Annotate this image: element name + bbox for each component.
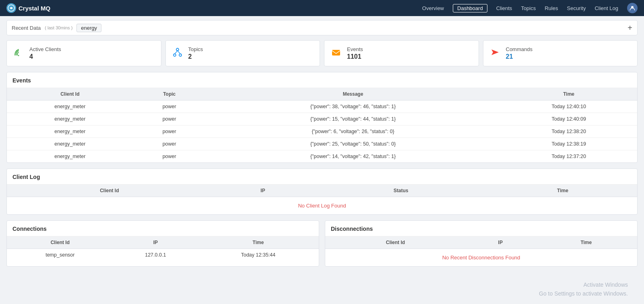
brand: Crystal MQ xyxy=(6,3,50,13)
disc-col-client-id: Client Id xyxy=(325,236,466,249)
event-client-id: energy_meter xyxy=(7,113,133,125)
stat-active-clients: Active Clients 4 xyxy=(6,40,161,66)
client-log-empty-message: No Client Log Found xyxy=(7,197,637,215)
cl-col-client-id: Client Id xyxy=(7,185,212,197)
event-time: Today 12:40:09 xyxy=(500,113,637,125)
event-message: {"power": 6, "voltage": 26, "status": 0} xyxy=(206,125,501,138)
conn-ip: 127.0.0.1 xyxy=(114,249,198,261)
conn-time: Today 12:35:44 xyxy=(198,249,319,261)
topics-value: 2 xyxy=(188,53,203,60)
event-topic: power xyxy=(133,125,206,138)
nav-dashboard[interactable]: Dashboard xyxy=(453,4,487,12)
conn-col-time: Time xyxy=(198,236,319,249)
nav-rules[interactable]: Rules xyxy=(545,5,558,11)
client-log-empty-row: No Client Log Found xyxy=(7,197,637,215)
connection-table-row: temp_sensor 127.0.0.1 Today 12:35:44 xyxy=(7,249,319,261)
disconnections-empty-row: No Recent Disconnections Found xyxy=(325,249,637,267)
active-clients-value: 4 xyxy=(29,53,61,60)
topics-icon xyxy=(172,47,183,60)
event-time: Today 12:40:10 xyxy=(500,101,637,113)
event-topic: power xyxy=(133,113,206,125)
recent-data-sublabel: ( last 30mins ) xyxy=(45,25,72,30)
conn-col-ip: IP xyxy=(114,236,198,249)
event-message: {"power": 15, "voltage": 44, "status": 1… xyxy=(206,113,501,125)
disconnections-header: Client Id IP Time xyxy=(325,236,637,249)
event-client-id: energy_meter xyxy=(7,125,133,138)
nav-security[interactable]: Security xyxy=(567,5,586,11)
connections-panel: Connections Client Id IP Time temp_senso… xyxy=(6,220,319,267)
events-col-time: Time xyxy=(500,88,637,101)
events-table-row: energy_meter power {"power": 6, "voltage… xyxy=(7,125,637,138)
connections-title: Connections xyxy=(7,221,319,236)
cl-col-status: Status xyxy=(314,185,488,197)
topics-label: Topics xyxy=(188,46,203,52)
conn-client-id: temp_sensor xyxy=(7,249,114,261)
main-content: Recent Data ( last 30mins ) energy + Act… xyxy=(0,16,644,304)
svg-point-4 xyxy=(173,54,176,56)
events-table-row: energy_meter power {"power": 15, "voltag… xyxy=(7,113,637,125)
stat-events: Events 1101 xyxy=(324,40,479,66)
disconnections-panel: Disconnections Client Id IP Time No Rece… xyxy=(325,220,638,267)
nav-clients[interactable]: Clients xyxy=(496,5,512,11)
recent-data-label: Recent Data xyxy=(12,25,41,31)
event-topic: power xyxy=(133,138,206,150)
events-table-row: energy_meter power {"power": 25, "voltag… xyxy=(7,138,637,150)
stats-row: Active Clients 4 Topics 2 xyxy=(6,40,638,66)
disconnections-title: Disconnections xyxy=(325,221,637,236)
connections-table: Client Id IP Time temp_sensor 127.0.0.1 … xyxy=(7,236,319,261)
events-table-row: energy_meter power {"power": 38, "voltag… xyxy=(7,101,637,113)
events-panel: Events Client Id Topic Message Time ener… xyxy=(6,72,638,163)
watermark-line1: Activate Windows xyxy=(16,280,628,289)
svg-point-5 xyxy=(179,54,182,56)
events-table-row: energy_meter power {"power": 14, "voltag… xyxy=(7,150,637,163)
disc-col-ip: IP xyxy=(466,236,535,249)
svg-line-7 xyxy=(178,51,180,54)
commands-icon xyxy=(490,47,500,60)
stat-topics: Topics 2 xyxy=(165,40,320,66)
event-time: Today 12:38:19 xyxy=(500,138,637,150)
logo-icon xyxy=(6,3,16,13)
stat-commands: Commands 21 xyxy=(483,40,638,66)
event-time: Today 12:38:20 xyxy=(500,125,637,138)
client-log-table: Client Id IP Status Time No Client Log F… xyxy=(7,185,637,214)
commands-label: Commands xyxy=(506,46,533,52)
events-col-topic: Topic xyxy=(133,88,206,101)
nav-overview[interactable]: Overview xyxy=(422,5,444,11)
navbar: Crystal MQ Overview Dashboard Clients To… xyxy=(0,0,644,16)
client-log-title: Client Log xyxy=(7,169,637,185)
user-avatar[interactable] xyxy=(627,3,638,13)
brand-name: Crystal MQ xyxy=(19,5,50,12)
svg-rect-8 xyxy=(332,50,340,55)
cl-col-ip: IP xyxy=(212,185,314,197)
watermark: Activate Windows Go to Settings to activ… xyxy=(6,272,638,301)
bottom-row: Connections Client Id IP Time temp_senso… xyxy=(6,220,638,272)
active-clients-icon xyxy=(13,47,24,60)
event-topic: power xyxy=(133,101,206,113)
watermark-line2: Go to Settings to activate Windows. xyxy=(16,289,628,298)
cl-col-time: Time xyxy=(488,185,637,197)
client-log-header: Client Id IP Status Time xyxy=(7,185,637,197)
svg-point-2 xyxy=(18,55,19,56)
disconnections-table: Client Id IP Time No Recent Disconnectio… xyxy=(325,236,637,266)
active-clients-label: Active Clients xyxy=(29,46,61,52)
conn-col-client-id: Client Id xyxy=(7,236,114,249)
event-message: {"power": 14, "voltage": 42, "status": 1… xyxy=(206,150,501,163)
commands-value: 21 xyxy=(506,53,533,60)
events-icon xyxy=(331,47,341,60)
recent-data-bar: Recent Data ( last 30mins ) energy + xyxy=(6,20,638,35)
svg-marker-9 xyxy=(491,49,499,55)
disc-col-time: Time xyxy=(535,236,637,249)
nav-client-log[interactable]: Client Log xyxy=(594,5,618,11)
event-message: {"power": 38, "voltage": 46, "status": 1… xyxy=(206,101,501,113)
events-value: 1101 xyxy=(347,53,363,60)
events-label: Events xyxy=(347,46,363,52)
event-client-id: energy_meter xyxy=(7,150,133,163)
connections-header: Client Id IP Time xyxy=(7,236,319,249)
event-client-id: energy_meter xyxy=(7,138,133,150)
event-topic: power xyxy=(133,150,206,163)
events-col-client-id: Client Id xyxy=(7,88,133,101)
events-table-header: Client Id Topic Message Time xyxy=(7,88,637,101)
add-data-button[interactable]: + xyxy=(627,24,632,32)
nav-topics[interactable]: Topics xyxy=(521,5,536,11)
recent-data-tag[interactable]: energy xyxy=(76,24,101,32)
